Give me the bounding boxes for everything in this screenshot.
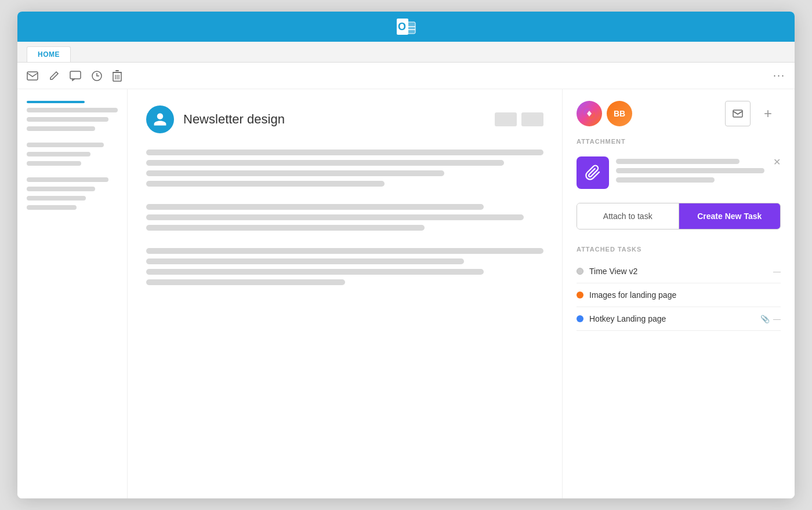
- attachment-thumbnail: [577, 156, 609, 189]
- attachment-info: [616, 159, 781, 187]
- sidebar-line: [27, 177, 108, 182]
- email-line: [146, 204, 484, 210]
- email-panel: Newsletter design: [128, 89, 563, 498]
- task-name: Hotkey Landing page: [589, 314, 755, 323]
- task-status-dot: [577, 292, 583, 298]
- app-logo-icon: [577, 101, 602, 126]
- attachment-line: [616, 168, 764, 173]
- mail-action-button[interactable]: [725, 101, 751, 126]
- task-icons: 📎 —: [760, 315, 781, 323]
- delete-icon[interactable]: [113, 70, 122, 82]
- sidebar-line: [27, 205, 77, 210]
- topbar: O: [17, 12, 795, 42]
- tasks-section-label: ATTACHED TASKS: [577, 246, 781, 253]
- task-item[interactable]: Hotkey Landing page 📎 —: [577, 307, 781, 331]
- task-status-dot: [577, 268, 583, 275]
- attachment-card: ✕: [577, 152, 781, 194]
- email-line: [146, 258, 464, 264]
- email-paragraph-1: [146, 150, 543, 191]
- svg-rect-2: [406, 22, 415, 34]
- tabbar: HOME: [17, 42, 795, 63]
- attachment-close-icon[interactable]: ✕: [773, 156, 781, 167]
- email-paragraph-3: [146, 248, 543, 290]
- task-icons: —: [773, 267, 781, 276]
- task-menu-icon[interactable]: —: [773, 267, 781, 276]
- toolbar: ···: [17, 63, 795, 89]
- email-line: [146, 225, 425, 231]
- email-line: [146, 170, 444, 176]
- sidebar-group: [27, 143, 118, 166]
- sidebar: [17, 89, 128, 498]
- email-action-btn-2[interactable]: [521, 112, 543, 126]
- email-line: [146, 248, 543, 254]
- task-menu-icon[interactable]: —: [773, 315, 781, 323]
- right-panel: BB + ATTACHMENT ✕: [563, 89, 795, 498]
- svg-rect-6: [70, 71, 81, 79]
- add-button[interactable]: +: [755, 101, 781, 126]
- email-line: [146, 160, 504, 166]
- email-line: [146, 150, 543, 155]
- email-header: Newsletter design: [146, 105, 543, 133]
- task-item[interactable]: Time View v2 —: [577, 260, 781, 283]
- sidebar-line: [27, 126, 95, 131]
- email-header-actions: [495, 112, 543, 126]
- user-icons-row: BB +: [577, 101, 781, 126]
- chat-icon[interactable]: [70, 71, 81, 81]
- bb-user-icon: BB: [607, 101, 632, 126]
- sidebar-line: [27, 117, 108, 122]
- svg-rect-5: [27, 72, 38, 80]
- sidebar-line: [27, 161, 81, 166]
- task-attachment-icon: 📎: [760, 315, 770, 323]
- task-name: Time View v2: [589, 267, 767, 276]
- tab-home[interactable]: HOME: [27, 46, 71, 62]
- svg-rect-15: [733, 110, 742, 117]
- sidebar-line: [27, 108, 118, 112]
- svg-text:O: O: [398, 21, 406, 32]
- email-line: [146, 181, 385, 187]
- email-action-btn-1[interactable]: [495, 112, 517, 126]
- main-area: Newsletter design: [17, 89, 795, 498]
- outlook-logo: O: [396, 16, 416, 37]
- email-line: [146, 279, 345, 285]
- history-icon[interactable]: [92, 71, 102, 81]
- email-line: [146, 214, 524, 220]
- task-name: Images for landing page: [589, 290, 775, 300]
- more-options-icon[interactable]: ···: [773, 70, 785, 82]
- sidebar-group: [27, 177, 118, 210]
- edit-icon[interactable]: [49, 71, 59, 81]
- email-paragraph-2: [146, 204, 543, 235]
- attachment-line: [616, 159, 740, 164]
- sidebar-active-indicator: [27, 101, 85, 103]
- email-body: [146, 150, 543, 303]
- sidebar-line: [27, 143, 104, 147]
- action-buttons: Attach to task Create New Task: [577, 203, 781, 230]
- attachment-section-label: ATTACHMENT: [577, 138, 781, 145]
- mail-icon[interactable]: [27, 71, 38, 81]
- attachment-line: [616, 177, 715, 183]
- avatar: [146, 105, 174, 133]
- sidebar-line: [27, 196, 86, 201]
- create-new-task-button[interactable]: Create New Task: [679, 203, 781, 229]
- sidebar-line: [27, 152, 90, 156]
- task-status-dot: [577, 315, 583, 322]
- attached-tasks-section: ATTACHED TASKS Time View v2 — Images for…: [577, 246, 781, 331]
- email-title: Newsletter design: [183, 112, 485, 127]
- app-window: O HOME ···: [17, 12, 795, 498]
- sidebar-line: [27, 187, 95, 191]
- attach-to-task-button[interactable]: Attach to task: [577, 203, 679, 229]
- email-line: [146, 269, 484, 275]
- task-item[interactable]: Images for landing page: [577, 283, 781, 307]
